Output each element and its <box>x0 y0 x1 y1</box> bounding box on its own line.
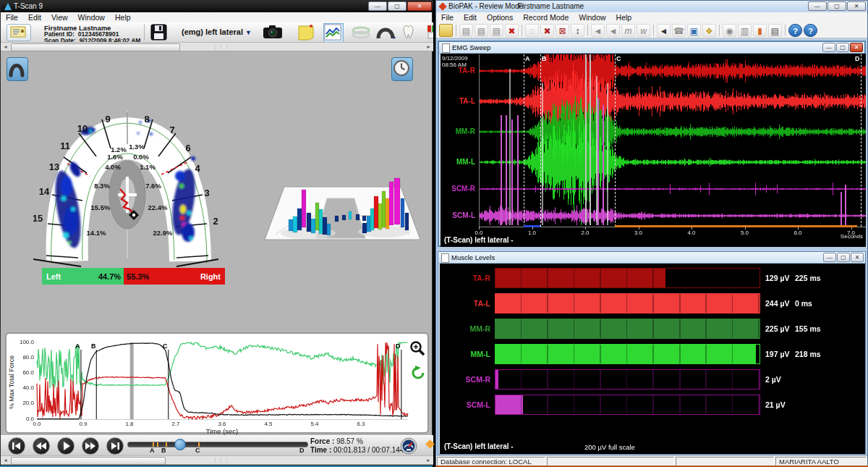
scrollbar-grip[interactable]: ⋮⋮⋮ <box>213 458 223 463</box>
scrollbar-thumb[interactable] <box>11 43 180 51</box>
timer-button[interactable] <box>391 57 413 81</box>
time-tick-label: 5.0 <box>736 230 754 236</box>
speaker-icon[interactable]: ◄ <box>657 24 671 37</box>
tscan-menu-file[interactable]: File <box>1 13 23 22</box>
play-button[interactable] <box>57 437 75 455</box>
audio-left-icon[interactable]: ◄ <box>591 24 605 37</box>
scroll-left-arrow-icon[interactable]: ◄ <box>3 43 8 51</box>
muscle-ms-value: 155 ms <box>795 324 821 333</box>
clock-icon <box>392 58 411 79</box>
tscan-menu-edit[interactable]: Edit <box>23 13 46 22</box>
emg-sweep-plot[interactable]: 9/12/200908:56 AM TA-RTA-LMM-RMM-LSCM-RS… <box>441 54 866 247</box>
markers-icon[interactable]: ❖ <box>702 24 716 37</box>
minimize-button[interactable]: — <box>808 1 827 11</box>
help-icon[interactable]: ? <box>788 24 802 37</box>
sweep-marker-line[interactable] <box>861 54 862 227</box>
export-report-icon[interactable]: ▤ <box>459 24 473 37</box>
scrollbar-grip[interactable]: ⋮⋮⋮ <box>213 45 223 49</box>
save-button[interactable] <box>150 23 168 44</box>
patient-card-button[interactable] <box>7 24 31 41</box>
muscle-ms-value: 0 ms <box>795 299 812 308</box>
bottom-scrollbar[interactable]: ◄ ⋮⋮⋮ ► <box>1 455 433 465</box>
close-button[interactable]: ✕ <box>850 43 863 52</box>
delete-icon[interactable]: ✖ <box>505 24 519 37</box>
tscan-menu-view[interactable]: View <box>46 13 73 22</box>
rewind-button[interactable] <box>33 437 50 455</box>
tooth-number: 6 <box>185 143 190 153</box>
muscle-level-bar <box>495 395 760 415</box>
biopak-menu-options[interactable]: Options <box>482 13 518 22</box>
maximize-button[interactable]: ▢ <box>837 253 850 262</box>
graph-view-button[interactable] <box>323 23 344 43</box>
tooth-button[interactable] <box>400 23 417 43</box>
headset-icon[interactable]: ☎ <box>672 24 686 37</box>
biopak-menu-record-mode[interactable]: Record Mode <box>518 13 574 22</box>
biopak-menu-file[interactable]: File <box>436 13 459 22</box>
biopak-menu-window[interactable]: Window <box>574 13 610 22</box>
close-button[interactable]: ✕ <box>407 1 432 11</box>
vertical-scale-icon[interactable]: ↕ <box>571 24 584 37</box>
tscan-menu-help[interactable]: Help <box>110 13 136 22</box>
zoom-in-icon[interactable] <box>409 340 427 358</box>
clipped-tool-button[interactable] <box>426 24 433 40</box>
gauge-icon[interactable] <box>400 437 417 455</box>
force-time-plot[interactable] <box>7 334 430 435</box>
close-button[interactable]: ✕ <box>851 253 864 262</box>
time-unit-label: Seconds <box>841 233 863 240</box>
refresh-icon[interactable] <box>409 364 427 382</box>
biopak-menu-help[interactable]: Help <box>611 13 637 22</box>
export-add-icon[interactable]: ▤ <box>490 24 503 37</box>
occlusion-arch-map[interactable]: 98107116134143152 1.2%1.3%1.6%0.0%4.0%1.… <box>33 101 218 269</box>
close-all-icon[interactable]: ⊠ <box>556 24 569 37</box>
slider-marker-label: C <box>195 447 200 454</box>
sweep-marker-line[interactable] <box>524 54 525 227</box>
top-scrollbar[interactable]: ◄ ⋮⋮⋮ ► <box>1 42 433 51</box>
fast-forward-button[interactable] <box>82 437 99 455</box>
monitor-icon[interactable]: ▣ <box>687 24 701 37</box>
open-icon[interactable] <box>439 24 453 37</box>
notes-button[interactable] <box>297 24 315 43</box>
minimize-button[interactable]: — <box>823 253 836 262</box>
copy-icon[interactable]: ▥ <box>738 24 752 37</box>
emg-m-icon[interactable]: m <box>621 24 635 37</box>
camera-icon[interactable]: ◉ <box>723 24 736 37</box>
minimize-button[interactable]: — <box>368 1 387 11</box>
about-icon[interactable]: ? <box>804 24 817 37</box>
sweep-marker-line[interactable] <box>540 54 542 227</box>
timeline-thumb[interactable] <box>174 439 186 450</box>
scrollbar-thumb[interactable] <box>11 457 166 465</box>
arch-3d-button[interactable] <box>352 25 370 42</box>
skip-start-button[interactable] <box>8 437 25 455</box>
view-selector-dropdown[interactable]: (emg) left lateral ▼ <box>182 28 252 36</box>
emg-w-icon[interactable]: w <box>637 24 650 37</box>
scroll-right-arrow-icon[interactable]: ► <box>426 457 431 464</box>
export-data-icon[interactable]: ▤ <box>475 24 488 37</box>
muscle-levels-titlebar[interactable]: Muscle Levels — ▢ ✕ <box>438 252 865 264</box>
balance-right: 55.3% Right <box>124 268 225 285</box>
tscan-titlebar[interactable]: T-Scan 9 — ▢ ✕ <box>1 1 433 12</box>
audio-right-icon[interactable]: ◄ <box>606 24 620 37</box>
maximize-button[interactable]: ▢ <box>827 1 846 11</box>
skip-end-button[interactable] <box>106 437 124 455</box>
biopak-titlebar[interactable]: BioPAK - Review Mode Firstname Lastname … <box>436 1 867 13</box>
close-button[interactable]: ✕ <box>847 1 866 11</box>
emg-sweep-titlebar[interactable]: EMG Sweep — ▢ ✕ <box>439 42 864 54</box>
close-window-icon[interactable]: ✖ <box>540 24 554 37</box>
notes-icon[interactable]: ▮ <box>753 24 767 37</box>
tscan-menu-window[interactable]: Window <box>73 13 110 22</box>
zoom-icon[interactable]: ◌ <box>525 24 539 37</box>
biopak-menu-edit[interactable]: Edit <box>459 13 482 22</box>
scroll-right-arrow-icon[interactable]: ► <box>426 43 431 51</box>
arch-2d-button[interactable] <box>375 24 396 43</box>
slider-marker-label: D <box>299 447 305 454</box>
panel-expand-marker[interactable] <box>425 439 435 449</box>
snapshot-button[interactable] <box>263 24 283 43</box>
force-3d-view[interactable] <box>254 149 431 247</box>
arch-view-button[interactable] <box>7 57 28 81</box>
scroll-left-arrow-icon[interactable]: ◄ <box>3 457 8 464</box>
minimize-button[interactable]: — <box>822 43 835 52</box>
maximize-button[interactable]: ▢ <box>388 1 407 11</box>
print-icon[interactable]: ▤ <box>768 24 782 37</box>
sweep-marker-line[interactable] <box>615 54 616 227</box>
maximize-button[interactable]: ▢ <box>836 43 849 52</box>
